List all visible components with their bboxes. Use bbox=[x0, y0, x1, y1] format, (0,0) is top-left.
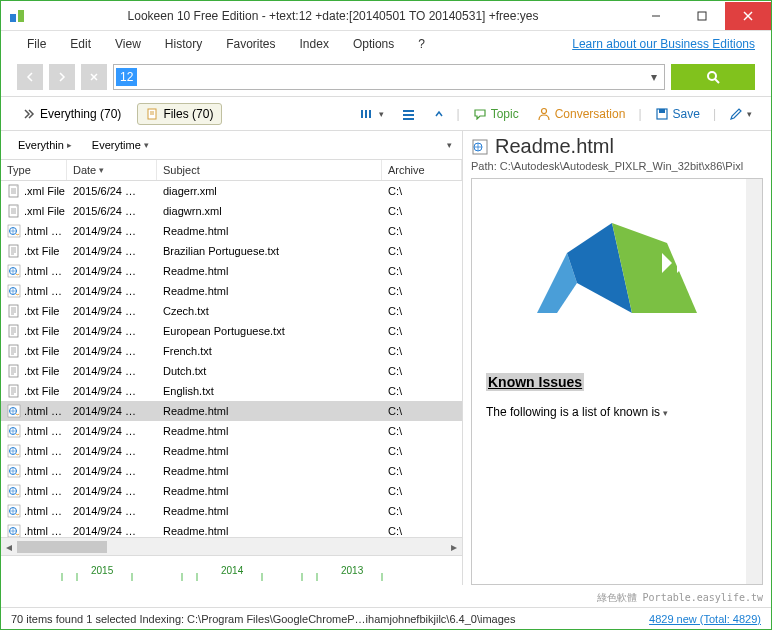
table-body: .xml File2015/6/24 …diagerr.xmlC:\.xml F… bbox=[1, 181, 462, 537]
table-row[interactable]: .xml File2015/6/24 …diagwrn.xmlC:\ bbox=[1, 201, 462, 221]
table-row[interactable]: .html …2014/9/24 …Readme.htmlC:\ bbox=[1, 481, 462, 501]
content-area: Everythin▸ Everytime▾ ▾ Type Date ▾ Subj… bbox=[1, 131, 771, 585]
menu-view[interactable]: View bbox=[105, 34, 151, 54]
search-dropdown-icon[interactable]: ▾ bbox=[644, 70, 664, 84]
svg-rect-3 bbox=[698, 12, 706, 20]
scroll-left-icon[interactable]: ◂ bbox=[1, 539, 17, 555]
menu-help[interactable]: ? bbox=[408, 34, 435, 54]
scroll-thumb[interactable] bbox=[17, 541, 107, 553]
tab-files[interactable]: Files (70) bbox=[137, 103, 222, 125]
svg-rect-46 bbox=[9, 325, 18, 337]
scroll-right-icon[interactable]: ▸ bbox=[446, 539, 462, 555]
nav-back-button[interactable] bbox=[17, 64, 43, 90]
table-row[interactable]: .html …2014/9/24 …Readme.htmlC:\ bbox=[1, 401, 462, 421]
table-row[interactable]: .txt File2014/9/24 …Czech.txtC:\ bbox=[1, 301, 462, 321]
nav-forward-button[interactable] bbox=[49, 64, 75, 90]
preview-body: The following is a list of known is ▾ bbox=[486, 405, 748, 419]
svg-line-9 bbox=[715, 79, 719, 83]
save-label: Save bbox=[673, 107, 700, 121]
col-date[interactable]: Date ▾ bbox=[67, 160, 157, 180]
search-button[interactable] bbox=[671, 64, 755, 90]
svg-rect-56 bbox=[9, 365, 18, 377]
col-type[interactable]: Type bbox=[1, 160, 67, 180]
horizontal-scrollbar[interactable]: ◂ ▸ bbox=[1, 537, 462, 555]
table-row[interactable]: .txt File2014/9/24 …Brazilian Portuguese… bbox=[1, 241, 462, 261]
svg-marker-86 bbox=[677, 253, 687, 273]
search-text: 12 bbox=[116, 68, 137, 86]
conversation-label: Conversation bbox=[555, 107, 626, 121]
minimize-button[interactable] bbox=[633, 2, 679, 30]
search-input[interactable]: 12 ▾ bbox=[113, 64, 665, 90]
nav-clear-button[interactable] bbox=[81, 64, 107, 90]
filter-time[interactable]: Everytime▾ bbox=[85, 136, 156, 154]
filter-more-icon[interactable]: ▾ bbox=[447, 140, 452, 150]
svg-point-19 bbox=[541, 108, 546, 113]
table-row[interactable]: .txt File2014/9/24 …English.txtC:\ bbox=[1, 381, 462, 401]
col-archive[interactable]: Archive bbox=[382, 160, 462, 180]
filter-row: Everythin▸ Everytime▾ ▾ bbox=[1, 131, 462, 159]
html-file-icon bbox=[471, 138, 489, 156]
person-icon bbox=[537, 107, 551, 121]
status-text: 70 items found 1 selected Indexing: C:\P… bbox=[11, 613, 515, 625]
tab-everything-label: Everything (70) bbox=[40, 107, 121, 121]
table-row[interactable]: .html …2014/9/24 …Readme.htmlC:\ bbox=[1, 421, 462, 441]
svg-rect-51 bbox=[9, 345, 18, 357]
table-row[interactable]: .xml File2015/6/24 …diagerr.xmlC:\ bbox=[1, 181, 462, 201]
results-pane: Everythin▸ Everytime▾ ▾ Type Date ▾ Subj… bbox=[1, 131, 463, 585]
learn-link[interactable]: Learn about our Business Editions bbox=[572, 37, 755, 51]
table-row[interactable]: .txt File2014/9/24 …Dutch.txtC:\ bbox=[1, 361, 462, 381]
menu-history[interactable]: History bbox=[155, 34, 212, 54]
close-button[interactable] bbox=[725, 2, 771, 30]
preview-path: Path: C:\Autodesk\Autodesk_PIXLR_Win_32b… bbox=[471, 160, 763, 172]
topic-button[interactable]: Topic bbox=[468, 105, 524, 123]
svg-rect-21 bbox=[659, 109, 665, 113]
status-new-link[interactable]: 4829 new (Total: 4829) bbox=[649, 613, 761, 625]
table-row[interactable]: .txt File2014/9/24 …French.txtC:\ bbox=[1, 341, 462, 361]
menu-favorites[interactable]: Favorites bbox=[216, 34, 285, 54]
table-row[interactable]: .html …2014/9/24 …Readme.htmlC:\ bbox=[1, 441, 462, 461]
topic-icon bbox=[473, 108, 487, 120]
table-header: Type Date ▾ Subject Archive bbox=[1, 159, 462, 181]
topic-label: Topic bbox=[491, 107, 519, 121]
view-list-button[interactable]: ▾ bbox=[356, 106, 389, 122]
menu-options[interactable]: Options bbox=[343, 34, 404, 54]
save-button[interactable]: Save bbox=[650, 105, 705, 123]
table-row[interactable]: .html …2014/9/24 …Readme.htmlC:\ bbox=[1, 221, 462, 241]
edit-button[interactable]: ▾ bbox=[724, 105, 757, 123]
col-subject[interactable]: Subject bbox=[157, 160, 382, 180]
maximize-button[interactable] bbox=[679, 2, 725, 30]
results-toolbar: Everything (70) Files (70) ▾ | Topic Con… bbox=[1, 97, 771, 131]
svg-rect-32 bbox=[9, 245, 18, 257]
preview-pane: Readme.html Path: C:\Autodesk\Autodesk_P… bbox=[463, 131, 771, 585]
menu-edit[interactable]: Edit bbox=[60, 34, 101, 54]
statusbar: 70 items found 1 selected Indexing: C:\P… bbox=[1, 607, 771, 629]
view-lines-button[interactable] bbox=[397, 106, 421, 122]
timeline[interactable]: 2015 2014 2013 bbox=[1, 555, 462, 585]
files-icon bbox=[146, 108, 158, 120]
menu-index[interactable]: Index bbox=[290, 34, 339, 54]
preview-content: Known Issues The following is a list of … bbox=[471, 178, 763, 585]
preview-vertical-scrollbar[interactable] bbox=[746, 179, 762, 584]
table-row[interactable]: .html …2014/9/24 …Readme.htmlC:\ bbox=[1, 281, 462, 301]
table-row[interactable]: .html …2014/9/24 …Readme.htmlC:\ bbox=[1, 461, 462, 481]
edit-icon bbox=[729, 107, 743, 121]
everything-icon bbox=[23, 108, 35, 120]
menu-file[interactable]: File bbox=[17, 34, 56, 54]
collapse-button[interactable] bbox=[429, 107, 449, 121]
menubar: File Edit View History Favorites Index O… bbox=[1, 31, 771, 57]
table-row[interactable]: .html …2014/9/24 …Readme.htmlC:\ bbox=[1, 261, 462, 281]
conversation-button[interactable]: Conversation bbox=[532, 105, 631, 123]
table-row[interactable]: .txt File2014/9/24 …European Portuguese.… bbox=[1, 321, 462, 341]
svg-rect-61 bbox=[9, 385, 18, 397]
search-toolbar: 12 ▾ bbox=[1, 57, 771, 97]
search-icon bbox=[705, 69, 721, 85]
table-row[interactable]: .html …2014/9/24 …Readme.htmlC:\ bbox=[1, 521, 462, 537]
watermark: 綠色軟體 Portable.easylife.tw bbox=[597, 591, 763, 605]
table-row[interactable]: .html …2014/9/24 …Readme.htmlC:\ bbox=[1, 501, 462, 521]
preview-heading: Known Issues bbox=[486, 373, 584, 391]
save-icon bbox=[655, 107, 669, 121]
filter-scope[interactable]: Everythin▸ bbox=[11, 136, 79, 154]
window-title: Lookeen 10 Free Edition - +text:12 +date… bbox=[33, 9, 633, 23]
tab-everything[interactable]: Everything (70) bbox=[15, 104, 129, 124]
svg-rect-1 bbox=[18, 10, 24, 22]
